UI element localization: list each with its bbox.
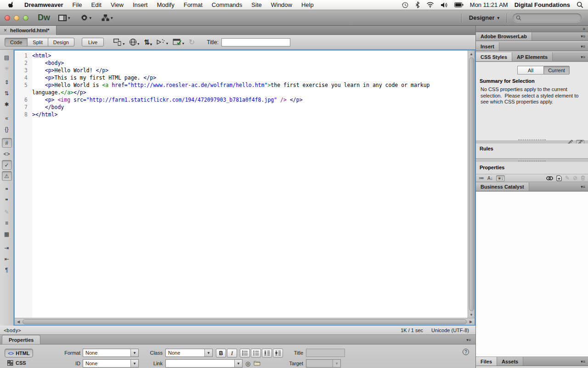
menu-help[interactable]: Help	[297, 1, 318, 8]
category-view-icon[interactable]: ≔	[479, 175, 484, 181]
sort-az-icon[interactable]: A↓	[487, 176, 493, 181]
all-toggle-button[interactable]: All	[517, 66, 543, 75]
line-numbers-icon[interactable]: #	[2, 138, 12, 148]
panel-menu-icon[interactable]: ▾≡	[581, 52, 588, 61]
tab-files[interactable]: Files	[476, 357, 497, 366]
panel-menu-icon[interactable]: ▾≡	[581, 42, 588, 51]
panel-menu-icon[interactable]: ▾≡	[581, 357, 588, 366]
syntax-error-alerts-icon[interactable]: ✓	[2, 160, 12, 170]
tag-selector[interactable]: <body>	[4, 328, 21, 333]
indent-code-icon[interactable]: ⇥	[2, 243, 12, 253]
multiscreen-preview-icon[interactable]: ▾	[113, 38, 124, 46]
show-set-properties-icon[interactable]: ∗↓	[496, 175, 505, 181]
recent-snippets-icon[interactable]: ≡	[2, 218, 12, 228]
bluetooth-icon[interactable]	[415, 1, 420, 8]
scroll-left-icon[interactable]: ◀	[15, 320, 22, 324]
browserlab-panel-header[interactable]: Adobe BrowserLab ▾≡	[476, 32, 588, 41]
panel-resize-grip[interactable]	[518, 139, 546, 140]
document-tab[interactable]: × helloworld.html*	[0, 26, 57, 35]
outdent-button[interactable]	[262, 349, 272, 357]
horizontal-scrollbar[interactable]: ◀ ▶	[15, 318, 475, 325]
outdent-code-icon[interactable]: ⇤	[2, 254, 12, 264]
file-get-put-icon[interactable]: ⇅ ▾	[144, 38, 152, 46]
code-view-button[interactable]: Code	[5, 38, 28, 46]
collapse-selection-icon[interactable]: ⇅	[2, 88, 12, 98]
unordered-list-button[interactable]	[240, 349, 250, 357]
vertical-scrollbar[interactable]: ▲ ▼	[468, 51, 475, 318]
apply-comment-icon[interactable]: ❝	[2, 185, 12, 195]
menu-view[interactable]: View	[106, 1, 128, 8]
select-parent-tag-icon[interactable]: «	[2, 113, 12, 123]
site-manage-button[interactable]: ▾	[102, 14, 113, 21]
insert-panel-tab[interactable]: Insert	[476, 42, 499, 51]
zoom-window-button[interactable]	[23, 15, 28, 21]
menu-site[interactable]: Site	[247, 1, 266, 8]
horizontal-scroll-thumb[interactable]	[23, 319, 467, 324]
wifi-icon[interactable]	[426, 2, 434, 8]
close-tab-icon[interactable]: ×	[4, 27, 7, 34]
design-view-button[interactable]: Design	[48, 38, 74, 46]
panel-menu-icon[interactable]: ▾≡	[581, 183, 588, 191]
layout-switcher-button[interactable]: ▾	[58, 15, 70, 21]
id-select[interactable]: None ▼	[83, 359, 139, 368]
live-view-button[interactable]: Live	[82, 38, 104, 46]
collapse-full-tag-icon[interactable]: ⇕	[2, 77, 12, 87]
app-search-field[interactable]	[513, 13, 582, 22]
indent-button[interactable]	[273, 349, 283, 357]
doc-title-input[interactable]	[221, 38, 290, 46]
scroll-right-icon[interactable]: ▶	[467, 320, 475, 324]
tab-css-styles[interactable]: CSS Styles	[476, 52, 512, 61]
browserlab-panel-tab[interactable]: Adobe BrowserLab	[476, 32, 532, 40]
expand-all-icon[interactable]: ✱	[2, 99, 12, 109]
move-css-rules-icon[interactable]: ▦	[2, 229, 12, 239]
new-css-rule-icon[interactable]	[556, 175, 562, 181]
battery-icon[interactable]	[454, 2, 464, 7]
tab-ap-elements[interactable]: AP Elements	[512, 52, 553, 61]
highlight-browser-issues-icon[interactable]: ⚠	[2, 171, 12, 181]
html-mode-button[interactable]: <> HTML	[5, 349, 33, 357]
bold-button[interactable]: B	[216, 349, 226, 357]
remove-comment-icon[interactable]: ❞	[2, 196, 12, 206]
volume-icon[interactable]	[441, 2, 448, 8]
ordered-list-button[interactable]	[251, 349, 261, 357]
menu-window[interactable]: Window	[266, 1, 297, 8]
menubar-user[interactable]: Digital Foundations	[514, 1, 570, 8]
panel-resize-grip[interactable]	[518, 161, 546, 161]
scroll-up-icon[interactable]: ▲	[469, 51, 473, 57]
format-source-code-icon[interactable]: ¶	[2, 265, 12, 275]
balance-braces-icon[interactable]: {}	[2, 124, 12, 134]
menu-modify[interactable]: Modify	[152, 1, 179, 8]
business-catalyst-tab[interactable]: Business Catalyst	[476, 183, 529, 191]
highlight-invalid-code-icon[interactable]: <>	[2, 149, 12, 159]
italic-button[interactable]: I	[227, 349, 237, 357]
panel-menu-icon[interactable]: ▾≡	[466, 338, 471, 342]
time-machine-icon[interactable]	[401, 1, 409, 9]
menu-dreamweaver[interactable]: Dreamweaver	[20, 1, 68, 8]
code-editor[interactable]: 12345678 <html> <body> <p>Hello World! <…	[14, 50, 475, 326]
preview-in-browser-icon[interactable]: ▾	[129, 38, 139, 46]
scroll-down-icon[interactable]: ▼	[469, 311, 473, 318]
check-browser-compat-icon[interactable]: ▾	[173, 39, 184, 46]
class-select[interactable]: None ▼	[165, 349, 213, 357]
vertical-scroll-thumb[interactable]	[469, 58, 474, 311]
menu-insert[interactable]: Insert	[128, 1, 153, 8]
collapse-panels-bar[interactable]: »	[476, 26, 588, 32]
workspace-switcher[interactable]: Designer ▾	[467, 14, 501, 21]
browse-folder-icon[interactable]	[254, 360, 260, 366]
format-select[interactable]: None ▼	[83, 349, 139, 357]
split-view-button[interactable]: Split	[28, 38, 48, 46]
minimize-window-button[interactable]	[14, 15, 19, 21]
menu-file[interactable]: File	[68, 1, 87, 8]
insert-panel-header[interactable]: Insert ▾≡	[476, 42, 588, 51]
apple-menu[interactable]	[8, 1, 14, 8]
link-field[interactable]: ▼	[165, 359, 243, 368]
extend-gear-button[interactable]: ▾	[80, 14, 92, 22]
menu-commands[interactable]: Commands	[207, 1, 247, 8]
menubar-clock[interactable]: Mon 11:21 AM	[470, 1, 508, 8]
open-documents-icon[interactable]: ▤	[2, 52, 12, 62]
panel-menu-icon[interactable]: ▾≡	[581, 32, 588, 40]
tab-assets[interactable]: Assets	[497, 357, 523, 366]
current-toggle-button[interactable]: Current	[543, 66, 570, 75]
spotlight-search-icon[interactable]	[577, 1, 583, 8]
point-to-file-icon[interactable]: ◎	[245, 360, 250, 367]
